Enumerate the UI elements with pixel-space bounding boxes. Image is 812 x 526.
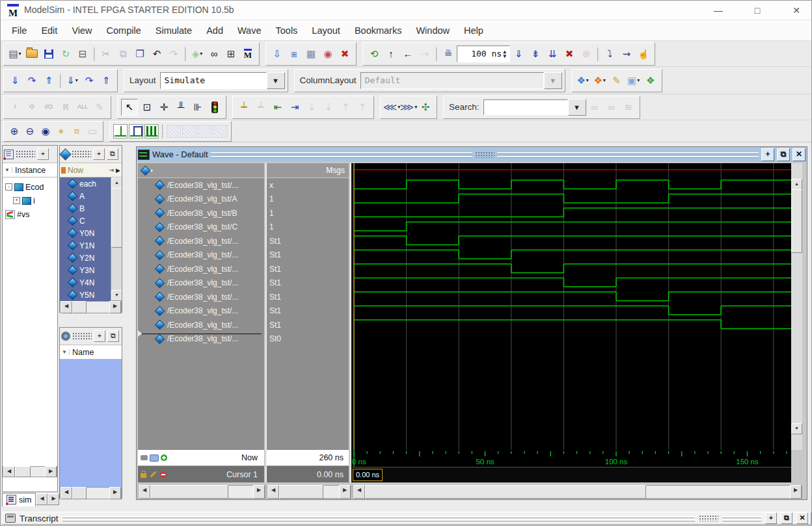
scroll-thumb[interactable]: [150, 485, 228, 499]
tree-expander-icon[interactable]: -: [5, 183, 12, 191]
wave-signal-row[interactable]: /Ecoder38_vlg_tst/...: [138, 318, 264, 332]
force-all-button[interactable]: ALL: [75, 99, 90, 115]
wave-signal-row[interactable]: /Ecoder38_vlg_tst/...: [138, 234, 264, 248]
menu-file[interactable]: File: [5, 20, 34, 40]
search-dd-icon[interactable]: ▼: [568, 99, 586, 116]
wave-title-bar[interactable]: Wave - Default + ⧉ ✕: [137, 147, 807, 162]
scroll-thumb[interactable]: [111, 188, 122, 248]
add-all-down-button[interactable]: ⇓▾: [64, 73, 80, 88]
run-button[interactable]: ⇓: [511, 46, 526, 62]
scroll-left-icon[interactable]: ◀: [139, 485, 150, 499]
goto-bookmark-button[interactable]: ❖: [643, 73, 658, 88]
add-all-down-dropdown-icon[interactable]: ▾: [75, 77, 78, 83]
menu-bookmarks[interactable]: Bookmarks: [347, 20, 409, 40]
waveform-hscrollbar[interactable]: ◀ ▶: [353, 485, 802, 499]
menu-wave[interactable]: Wave: [230, 20, 269, 40]
scroll-right-icon[interactable]: ▶: [790, 485, 802, 499]
scroll-right-icon[interactable]: ▶: [339, 485, 351, 499]
wave-undock-button[interactable]: ⧉: [777, 148, 790, 161]
wave-signal-row[interactable]: /Ecoder38_vlg_tst/...: [138, 262, 264, 276]
close-button[interactable]: ✕: [781, 1, 811, 20]
zoom-cursor-button[interactable]: ⌖: [54, 124, 68, 138]
run-all-button[interactable]: ⇊: [545, 46, 560, 62]
menu-help[interactable]: Help: [457, 20, 491, 40]
back-button[interactable]: ←: [400, 46, 416, 62]
search-input[interactable]: [483, 99, 568, 115]
wave-signal-row[interactable]: /Ecoder38_vlg_tst/...: [138, 178, 264, 192]
next-falling-edge-button[interactable]: ⇣: [321, 99, 336, 115]
modelsim-home-button[interactable]: M: [240, 46, 256, 62]
transcript-bar[interactable]: Transcript + ⧉ ✕: [2, 512, 811, 525]
expand-right-icon[interactable]: ▶: [116, 167, 120, 174]
zoom-mode-button[interactable]: ⊡: [139, 99, 155, 115]
run-length-spin[interactable]: 100 ns▲▼: [457, 46, 510, 62]
cursor-time-box[interactable]: 0.00 ns: [353, 469, 383, 481]
processes-panel-undock-button[interactable]: ⧉: [107, 330, 119, 342]
print-button[interactable]: ⊟: [75, 46, 90, 62]
wave-add-button[interactable]: +: [761, 148, 774, 161]
scroll-right-icon[interactable]: ▶: [45, 466, 57, 477]
pin-icon[interactable]: ⇥: [109, 166, 114, 174]
force-inout-button[interactable]: I/O: [41, 99, 57, 115]
add-up-button[interactable]: ⇑: [41, 73, 57, 88]
copy-button[interactable]: ⧉: [115, 46, 131, 62]
run-length-value[interactable]: 100 ns: [471, 49, 502, 59]
force-out-button[interactable]: O: [24, 99, 40, 115]
messages-icon[interactable]: [150, 454, 159, 462]
scroll-left-icon[interactable]: ◀: [61, 301, 72, 313]
break-button[interactable]: ✖: [562, 46, 577, 62]
pan-mode-button[interactable]: ✛: [156, 99, 172, 115]
scroll-right-icon[interactable]: ▶: [109, 301, 121, 313]
scroll-right-icon[interactable]: ▶: [109, 487, 121, 499]
new-file-dropdown-icon[interactable]: ▾: [19, 51, 21, 57]
lock-cursor-icon[interactable]: [141, 473, 146, 478]
wave-close-button[interactable]: ✕: [792, 148, 805, 161]
values-hscrollbar[interactable]: ◀ ▶: [267, 485, 351, 499]
zoom-full-button[interactable]: ◉: [38, 124, 53, 138]
wave-signal-row[interactable]: /Ecoder38_vlg_tst/...: [138, 290, 264, 304]
wave-edit-move-button[interactable]: [213, 124, 228, 138]
wave-names-header[interactable]: ▾: [138, 163, 264, 178]
previous-transition-button[interactable]: ⇤: [270, 99, 286, 115]
layout-dd-icon[interactable]: ▼: [267, 72, 285, 89]
scroll-left-icon[interactable]: ◀: [267, 485, 279, 499]
wave-edit-paste-button[interactable]: [182, 124, 196, 138]
zoom-out-button[interactable]: ⊖: [23, 124, 37, 138]
run-length-button[interactable]: ≞: [440, 46, 456, 62]
redo-button[interactable]: ↷: [166, 46, 182, 62]
names-hscrollbar[interactable]: ◀ ▶: [138, 485, 265, 499]
expand-ids-button[interactable]: ⊞: [223, 46, 239, 62]
transcript-add-button[interactable]: +: [765, 512, 777, 524]
wave-edit-invert-button[interactable]: [113, 124, 128, 138]
wave-vscrollbar[interactable]: ▲ ▼: [791, 163, 802, 450]
add-cursor-icon[interactable]: [161, 454, 167, 461]
scroll-thumb[interactable]: [791, 189, 802, 253]
insert-cursor-button[interactable]: ┷: [236, 99, 252, 115]
open-button[interactable]: [24, 46, 40, 62]
simulate-button[interactable]: ▦: [303, 46, 319, 62]
configure-columns-button[interactable]: ⊪: [190, 99, 206, 115]
scroll-down-icon[interactable]: ▼: [111, 290, 122, 301]
compile-button[interactable]: ⇩: [269, 46, 285, 62]
waveform-area[interactable]: [350, 163, 791, 450]
scroll-up-icon[interactable]: ▲: [111, 178, 122, 189]
menu-tools[interactable]: Tools: [269, 20, 305, 40]
restart-button[interactable]: ⟲: [366, 46, 382, 62]
processes-hscrollbar[interactable]: ◀ ▶: [60, 487, 122, 499]
menu-layout[interactable]: Layout: [304, 20, 347, 40]
scroll-left-icon[interactable]: ◀: [353, 485, 365, 499]
processes-panel-grip[interactable]: [72, 332, 92, 340]
environment-up-button[interactable]: ↑: [383, 46, 399, 62]
wave-edit-cut-button[interactable]: [167, 124, 181, 138]
tab-sim[interactable]: sim: [2, 493, 36, 506]
force-in-button[interactable]: I: [7, 99, 23, 115]
edit-bookmark-button[interactable]: ✎: [609, 73, 625, 88]
undo-button[interactable]: ↶: [149, 46, 165, 62]
instance-column-header[interactable]: ▼ Instance: [3, 163, 57, 178]
processes-panel-add-button[interactable]: +: [94, 330, 105, 342]
layout-combo[interactable]: Simulate: [160, 72, 267, 89]
add-bookmark-button[interactable]: ❖▾: [575, 73, 591, 88]
wave-title-grip[interactable]: [475, 151, 494, 158]
tree-item-vs[interactable]: #vs: [4, 207, 56, 221]
add-down-button[interactable]: ⇓: [7, 73, 23, 88]
